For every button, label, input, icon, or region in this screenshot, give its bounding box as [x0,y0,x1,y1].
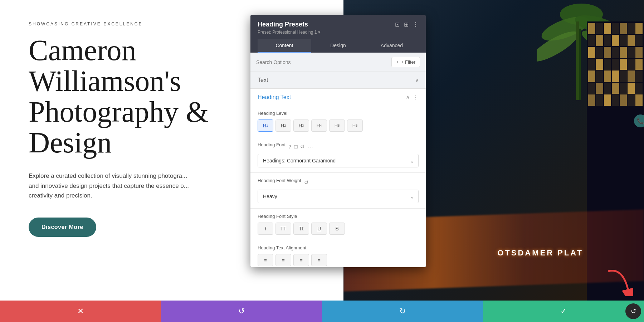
website-description: Explore a curated collection of visually… [29,171,229,200]
undo-button[interactable]: ↺ [161,301,322,322]
dark-circle-button[interactable]: ↺ [625,303,641,319]
panel-title: Heading Presets [258,21,308,28]
heading-font-label: Heading Font [258,142,286,147]
h5-button[interactable]: H5 [329,119,345,132]
search-options-input[interactable] [256,59,391,65]
filter-button[interactable]: + + Filter [391,57,420,67]
heading-font-field: Heading Font ? □ ↺ ⋯ Headings: Cormorant… [250,137,426,173]
cancel-icon: ✕ [77,307,84,316]
h6-button[interactable]: H6 [347,119,363,132]
device-icon[interactable]: □ [294,143,297,150]
heading-level-field: Heading Level H1 H2 H3 H4 H5 H6 [250,106,426,137]
heading-font-weight-icons: ↺ [304,179,309,186]
reset-icon[interactable]: ↺ [300,143,305,150]
align-center-button[interactable]: ≡ [275,254,291,266]
redo-icon: ↻ [399,307,406,316]
strikethrough-button[interactable]: S [329,223,345,235]
heading-font-style-label: Heading Font Style [258,214,419,219]
italic-button[interactable]: I [258,223,273,235]
heading-font-select[interactable]: Headings: Cormorant Garamond [258,154,419,167]
font-weight-reset-icon[interactable]: ↺ [304,179,309,186]
heading-section-title: Heading Text [258,94,291,101]
heading-font-label-row: Heading Font ? □ ↺ ⋯ [258,142,419,151]
dark-circle-icon: ↺ [631,307,636,315]
heading-font-style-buttons: I TT Tt U S [258,223,419,235]
confirm-icon: ✓ [560,307,567,316]
fullscreen-icon[interactable]: ⊡ [395,21,400,28]
panel-header-icons: ⊡ ⊞ ⋮ [395,21,419,28]
h1-button[interactable]: H1 [258,119,273,132]
heading-font-weight-field: Heading Font Weight ↺ Heavy ⌄ [250,173,426,209]
panel-tabs: Content Design Advanced [258,39,419,53]
tab-design[interactable]: Design [311,39,365,53]
undo-icon: ↺ [238,307,245,316]
heading-text-alignment-field: Heading Text Alignment ≡ ≡ ≡ ≡ [250,240,426,267]
panel-preset: Preset: Professional Heading 1 ▾ [258,30,419,35]
heading-section-more-icon[interactable]: ⋮ [413,94,419,101]
h3-button[interactable]: H3 [293,119,309,132]
align-left-button[interactable]: ≡ [258,254,273,266]
sign-text: OTSDAMER PLAT [497,248,583,258]
arrow-pointer [601,264,633,298]
more-icon[interactable]: ⋯ [308,143,313,150]
panel-body: + + Filter Text ∨ Heading Text ∧ ⋮ Headi… [250,53,426,267]
heading-section-header: Heading Text ∧ ⋮ [250,89,426,106]
text-section-chevron-icon: ∨ [415,77,419,83]
panel-header: Heading Presets ⊡ ⊞ ⋮ Preset: Profession… [250,15,426,53]
underline-button[interactable]: U [311,223,327,235]
heading-level-label: Heading Level [258,111,419,116]
heading-text-alignment-label: Heading Text Alignment [258,245,419,250]
text-section-label: Text [258,77,268,83]
settings-panel: Heading Presets ⊡ ⊞ ⋮ Preset: Profession… [250,15,426,267]
heading-font-weight-select-wrapper: Heavy ⌄ [258,190,419,203]
h4-button[interactable]: H4 [311,119,327,132]
tab-advanced[interactable]: Advanced [365,39,419,53]
search-row: + + Filter [250,53,426,72]
heading-font-select-wrapper: Headings: Cormorant Garamond ⌄ [258,154,419,167]
uppercase-button[interactable]: TT [275,223,291,235]
align-right-button[interactable]: ≡ [293,254,309,266]
align-justify-button[interactable]: ≡ [311,254,327,266]
heading-font-weight-label-row: Heading Font Weight ↺ [258,178,419,187]
more-options-icon[interactable]: ⋮ [413,21,419,28]
confirm-button[interactable]: ✓ [483,301,644,322]
heading-text-alignment-buttons: ≡ ≡ ≡ ≡ [258,254,419,266]
preset-chevron-icon[interactable]: ▾ [318,30,320,35]
svg-rect-5 [576,21,579,100]
svg-rect-6 [579,29,581,100]
redo-button[interactable]: ↻ [322,301,483,322]
phone-fab-button[interactable]: 📞 [634,114,644,127]
heading-font-style-field: Heading Font Style I TT Tt U S [250,209,426,240]
capitalize-button[interactable]: Tt [293,223,309,235]
tab-content[interactable]: Content [258,39,311,53]
heading-font-weight-select[interactable]: Heavy [258,190,419,203]
panel-header-top: Heading Presets ⊡ ⊞ ⋮ [258,21,419,28]
text-section-row[interactable]: Text ∨ [250,72,426,89]
help-icon[interactable]: ? [288,143,291,150]
h2-button[interactable]: H2 [275,119,291,132]
grid-icon[interactable]: ⊞ [404,21,409,28]
heading-font-weight-label: Heading Font Weight [258,178,301,183]
heading-level-buttons: H1 H2 H3 H4 H5 H6 [258,119,419,132]
discover-more-button[interactable]: Discover More [29,218,96,237]
bottom-toolbar: ✕ ↺ ↻ ✓ [0,301,644,322]
heading-font-icons: ? □ ↺ ⋯ [288,143,313,150]
heading-text-section: Heading Text ∧ ⋮ Heading Level H1 H2 H3 … [250,89,426,267]
heading-section-collapse-icon[interactable]: ∧ [406,94,410,101]
cancel-button[interactable]: ✕ [0,301,161,322]
filter-icon: + [396,59,399,65]
heading-section-icons: ∧ ⋮ [406,94,419,101]
